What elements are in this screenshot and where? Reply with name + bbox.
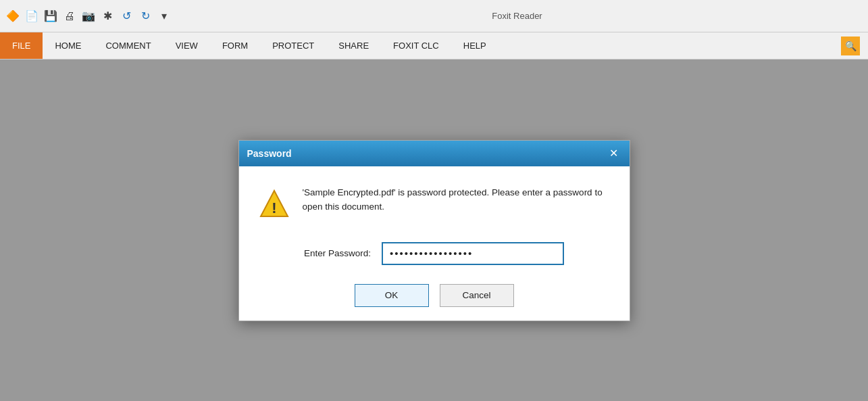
menu-bar-right: 🔍 (841, 32, 868, 59)
menu-share[interactable]: SHARE (326, 32, 381, 59)
cancel-button[interactable]: Cancel (440, 284, 514, 307)
menu-bar: FILE HOME COMMENT VIEW FORM PROTECT SHAR… (0, 32, 868, 60)
warning-icon: ! (258, 188, 290, 223)
dialog-message-row: ! 'Sample Encrypted.pdf' is password pro… (258, 185, 611, 223)
new-file-icon[interactable]: 📄 (24, 9, 39, 24)
menu-home[interactable]: HOME (43, 32, 93, 59)
app-logo-icon: 🔶 (5, 9, 20, 24)
menu-comment[interactable]: COMMENT (93, 32, 163, 59)
dialog-close-button[interactable]: ✕ (607, 146, 621, 161)
dialog-overlay: Password ✕ ! 'Sample Encrypted.pdf' is p… (0, 60, 868, 401)
toolbar-icons: 🔶 📄 💾 🖨 📷 ✱ ↺ ↻ ▾ (5, 9, 172, 24)
password-dialog: Password ✕ ! 'Sample Encrypted.pdf' is p… (238, 140, 630, 321)
menu-foxit-cloud[interactable]: FOXIT CLC (381, 32, 451, 59)
print-icon[interactable]: 🖨 (62, 9, 77, 24)
stamp-icon[interactable]: ✱ (100, 9, 115, 24)
dialog-buttons: OK Cancel (258, 284, 611, 307)
ok-button[interactable]: OK (355, 284, 429, 307)
password-label: Enter Password: (304, 248, 371, 258)
menu-view[interactable]: VIEW (163, 32, 210, 59)
dialog-body: ! 'Sample Encrypted.pdf' is password pro… (239, 166, 630, 321)
menu-help[interactable]: HELP (451, 32, 499, 59)
password-input[interactable] (382, 242, 564, 265)
undo-icon[interactable]: ↺ (119, 9, 134, 24)
menu-form[interactable]: FORM (210, 32, 260, 59)
main-area: Password ✕ ! 'Sample Encrypted.pdf' is p… (0, 60, 868, 401)
redo-icon[interactable]: ↻ (138, 9, 153, 24)
dropdown-icon[interactable]: ▾ (157, 9, 172, 24)
menu-file[interactable]: FILE (0, 32, 43, 59)
title-bar: 🔶 📄 💾 🖨 📷 ✱ ↺ ↻ ▾ Foxit Reader (0, 0, 868, 32)
search-button[interactable]: 🔍 (841, 37, 860, 55)
window-title: Foxit Reader (172, 11, 863, 21)
save-icon[interactable]: 💾 (43, 9, 58, 24)
svg-text:!: ! (272, 199, 276, 216)
menu-protect[interactable]: PROTECT (260, 32, 326, 59)
password-row: Enter Password: (258, 242, 611, 265)
dialog-titlebar: Password ✕ (239, 141, 630, 166)
snapshot-icon[interactable]: 📷 (81, 9, 96, 24)
dialog-title: Password (247, 148, 292, 159)
dialog-message: 'Sample Encrypted.pdf' is password prote… (303, 185, 611, 214)
